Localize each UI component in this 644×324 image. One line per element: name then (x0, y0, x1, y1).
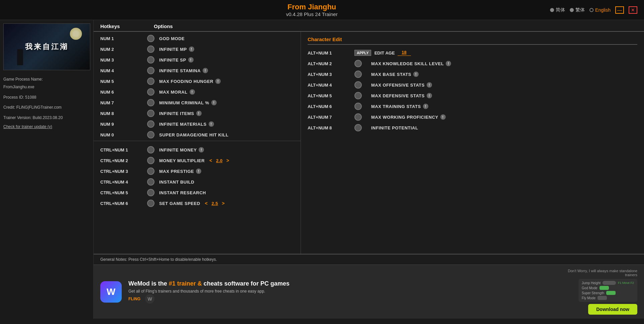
option-ctrl-num5: CTRL+NUM 5 INSTANT RESEARCH (94, 187, 301, 198)
char-row-alt-num6: ALT+NUM 6 MAX TRAINING STATS ! (301, 101, 644, 112)
option-ctrl-num2: CTRL+NUM 2 MONEY MULTIPLIER < 2.0 > (94, 155, 301, 166)
process-id-value: 51088 (25, 95, 36, 100)
label-alt-num4: MAX OFFENSIVE STATS ! (371, 82, 432, 88)
toggle-ctrl-num1[interactable] (147, 146, 154, 153)
toggle-num6[interactable] (147, 88, 154, 96)
hotkey-ctrl-num4: CTRL+NUM 4 (100, 180, 147, 185)
info-badge-num6: ! (190, 89, 195, 95)
char-row-alt-num8: ALT+NUM 8 INFINITE POTENTIAL (301, 122, 644, 133)
lang-english-label: English (595, 7, 611, 13)
money-multiplier-decrease[interactable]: < (209, 158, 212, 163)
hotkey-num9: NUM 9 (100, 122, 147, 127)
option-num7: NUM 7 MINIMUM CRIMINAL % ! (94, 97, 301, 108)
title-right: 简体 繁体 English — ✕ (550, 6, 637, 14)
toggle-ctrl-num2[interactable] (147, 157, 154, 164)
option-num6: NUM 6 MAX MORAL ! (94, 87, 301, 97)
char-hotkey-alt2: ALT+NUM 2 (308, 61, 354, 66)
label-alt-num8: INFINITE POTENTIAL (371, 125, 418, 130)
info-badge-ctrl-num1: ! (199, 147, 204, 152)
info-badge-alt4: ! (427, 82, 432, 88)
char-hotkey-alt1: ALT+NUM 1 (308, 50, 354, 56)
ad-banner: W WeMod is the #1 trainer & cheats softw… (94, 264, 644, 319)
option-ctrl-num6: CTRL+NUM 6 SET GAME SPEED < 2.5 > (94, 198, 301, 209)
lang-english-radio (589, 8, 594, 12)
toggle-num8[interactable] (147, 110, 154, 117)
toggle-ctrl-num4[interactable] (147, 178, 154, 186)
info-badge-num3: ! (188, 57, 194, 63)
version-value: Build.2023.08.20 (33, 115, 63, 120)
download-now-button[interactable]: Download now (588, 304, 637, 315)
toggle-num0[interactable] (147, 131, 154, 138)
toggle-alt-num5[interactable] (354, 92, 362, 99)
toggle-alt-num4[interactable] (354, 81, 362, 89)
minimize-button[interactable]: — (615, 6, 624, 14)
toggle-alt-num7[interactable] (354, 113, 362, 121)
game-speed-increase[interactable]: > (222, 201, 225, 206)
process-id-row: Process ID: 51088 (3, 94, 90, 101)
toggle-ctrl-num3[interactable] (147, 168, 154, 175)
preview-label-3: Super Strength (582, 291, 604, 295)
preview-label-1: Jump Height (582, 281, 601, 285)
option-num0: NUM 0 SUPER DAMAGE/ONE HIT KILL (94, 129, 301, 140)
app-subtitle: v0.4.28 Plus 24 Trainer (74, 11, 550, 17)
preview-toggle-2 (600, 286, 609, 290)
ad-preview: Jump Height F1 Move F2 God Mode Super St… (578, 279, 637, 302)
option-num4: NUM 4 INFINITE STAMINA ! (94, 65, 301, 76)
toggle-alt-num2[interactable] (354, 60, 362, 67)
toggle-num1[interactable] (147, 35, 154, 42)
figure-silhouette (17, 49, 23, 65)
lang-simp-chinese[interactable]: 简体 (550, 7, 565, 13)
footer-notes-text: General Notes: Press Ctrl+Shift+Home to … (100, 257, 217, 262)
option-num5: NUM 5 MAX FOOD/NO HUNGER ! (94, 76, 301, 87)
option-num3: NUM 3 INFINITE SP ! (94, 55, 301, 65)
toggle-alt-num6[interactable] (354, 103, 362, 110)
toggle-num5[interactable] (147, 78, 154, 85)
character-edit-panel: Character Edit ALT+NUM 1 APPLY EDIT AGE … (301, 32, 644, 254)
toggle-num2[interactable] (147, 45, 154, 53)
toggle-ctrl-num5[interactable] (147, 189, 154, 196)
toggle-alt-num8[interactable] (354, 124, 362, 131)
check-update-link[interactable]: Check for trainer update (v) (3, 123, 90, 131)
info-badge-num5: ! (215, 79, 221, 84)
label-num9: INFINITE MATERIALS ! (159, 121, 214, 127)
label-num5: MAX FOOD/NO HUNGER ! (159, 79, 221, 84)
credit-row: Credit: FLiNG|FLiNGTrainer.com (3, 104, 90, 111)
toggle-num9[interactable] (147, 120, 154, 128)
char-row-alt-num2: ALT+NUM 2 MAX KNOWLEDGE SKILL LEVEL ! (301, 58, 644, 69)
preview-badge-1: F1 Move F2 (618, 281, 634, 285)
lang-trad-chinese[interactable]: 繁体 (570, 7, 585, 13)
hotkey-ctrl-num5: CTRL+NUM 5 (100, 190, 147, 195)
char-hotkey-alt3: ALT+NUM 3 (308, 72, 354, 77)
toggle-num4[interactable] (147, 67, 154, 74)
option-num2: NUM 2 INFINITE MP ! (94, 44, 301, 55)
label-alt-num2: MAX KNOWLEDGE SKILL LEVEL ! (371, 61, 451, 66)
credit-value: FLiNG|FLiNGTrainer.com (16, 105, 62, 110)
toggle-ctrl-num6[interactable] (147, 200, 154, 207)
apply-age-button[interactable]: APPLY (354, 50, 371, 56)
game-speed-decrease[interactable]: < (205, 201, 208, 206)
moon-decoration (70, 28, 82, 40)
lang-english[interactable]: English (589, 7, 611, 13)
ad-disclaimer: Don't Worry, I will always make standalo… (564, 269, 637, 277)
money-multiplier-increase[interactable]: > (226, 158, 229, 163)
toggle-num7[interactable] (147, 99, 154, 106)
main-content: 我来自江湖 Game Process Name: FromJianghu.exe… (0, 20, 644, 319)
right-panel: Hotkeys Options NUM 1 GOD MODE NUM 2 INF… (94, 20, 644, 319)
toggle-num3[interactable] (147, 56, 154, 64)
info-badge-alt5: ! (427, 93, 432, 98)
char-row-alt-num1: ALT+NUM 1 APPLY EDIT AGE 18 (301, 47, 644, 58)
options-header: Hotkeys Options (94, 20, 644, 32)
option-num1: NUM 1 GOD MODE (94, 33, 301, 44)
label-alt-num3: MAX BASE STATS ! (371, 72, 419, 77)
lang-trad-radio (570, 8, 574, 12)
close-button[interactable]: ✕ (629, 6, 637, 14)
ad-right: Don't Worry, I will always make standalo… (564, 269, 637, 315)
ad-title: WeMod is the #1 trainer & cheats softwar… (128, 280, 557, 288)
info-badge-ctrl-num3: ! (196, 169, 201, 174)
options-body: NUM 1 GOD MODE NUM 2 INFINITE MP ! NUM 3… (94, 32, 644, 254)
label-ctrl-num2: MONEY MULTIPLIER < 2.0 > (159, 158, 229, 163)
toggle-alt-num3[interactable] (354, 71, 362, 78)
lang-trad-label: 繁体 (575, 7, 585, 13)
version-label: Trainer Version: (3, 115, 31, 120)
spacer-1 (94, 142, 301, 144)
